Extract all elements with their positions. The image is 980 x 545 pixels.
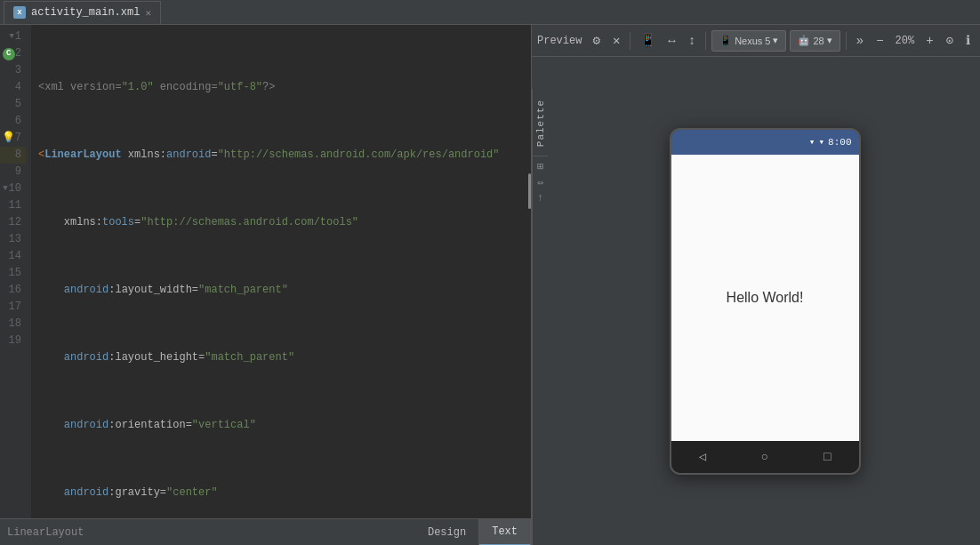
gutter-8: 8: [0, 147, 26, 164]
time-label: 8:00: [828, 137, 851, 148]
phone-icon[interactable]: 📱: [636, 31, 660, 50]
chevron-down-icon2: ▾: [827, 35, 832, 46]
xml-icon: x: [13, 6, 26, 19]
fold-icon-1[interactable]: ▼: [9, 28, 13, 45]
gutter-12: 12: [0, 214, 26, 231]
arrows-icon[interactable]: ↕: [684, 32, 700, 50]
preview-title: Preview: [537, 35, 582, 47]
bottom-tab-bar: LinearLayout Design Text: [0, 518, 531, 545]
info-icon[interactable]: ℹ: [961, 31, 975, 50]
gutter-1: ▼ 1: [0, 28, 26, 45]
gutter-7: 💡 7: [0, 130, 26, 147]
phone-content: Hello World!: [671, 155, 859, 441]
separator-3: [846, 32, 847, 50]
phone-mockup: ▾ ▾ 8:00 Hello World! ◁ ○ □: [670, 128, 861, 475]
scroll-indicator: [528, 173, 531, 209]
code-line-2: <LinearLayout xmlns:android="http://sche…: [38, 147, 531, 164]
api-icon: 🤖: [798, 35, 810, 46]
gutter-5: 5: [0, 96, 26, 113]
tab-bar: x activity_main.xml ✕: [0, 0, 980, 25]
tab-close-icon[interactable]: ✕: [145, 7, 151, 19]
gutter-16: 16: [0, 282, 26, 299]
grid-icon[interactable]: ⊞: [537, 160, 543, 173]
separator-1: [630, 32, 631, 50]
rotate-icon[interactable]: ↔: [663, 32, 679, 50]
editor-panel: ▼ 1 C 2 3 4 5 6: [0, 25, 532, 545]
hello-text: Hello World!: [727, 290, 804, 306]
c-icon-2: C: [3, 48, 15, 60]
code-line-3: xmlns:tools="http://schemas.android.com/…: [38, 214, 531, 231]
gutter-6: 6: [0, 113, 26, 130]
zoom-level: 20%: [892, 35, 919, 47]
gutter-2: C 2: [0, 45, 26, 62]
gutter-14: 14: [0, 248, 26, 265]
file-tab[interactable]: x activity_main.xml ✕: [4, 1, 161, 24]
back-btn: ◁: [698, 449, 705, 464]
gutter-17: 17: [0, 299, 26, 316]
code-line-6: android:orientation="vertical": [38, 417, 531, 434]
close-preview-icon[interactable]: ✕: [608, 31, 624, 50]
main-area: ▼ 1 C 2 3 4 5 6: [0, 25, 980, 545]
recents-btn: □: [823, 450, 831, 464]
layout-status: LinearLayout: [0, 526, 84, 539]
zoom-out-icon[interactable]: −: [872, 32, 888, 50]
code-line-7: android:gravity="center": [38, 485, 531, 501]
signal-icon: ▾: [818, 136, 824, 148]
gutter-11: 11: [0, 197, 26, 214]
palette-label[interactable]: Palette: [535, 92, 546, 154]
tab-design[interactable]: Design: [415, 519, 479, 546]
gutter-3: 3: [0, 62, 26, 79]
palette-icons: ⊞ ⇔ ↑: [533, 156, 548, 208]
gutter-13: 13: [0, 231, 26, 248]
code-editor[interactable]: <xml version="1.0" encoding="utf-8"?> <L…: [31, 25, 531, 518]
more-icon[interactable]: »: [852, 32, 868, 50]
device-label: Nexus 5: [735, 36, 770, 46]
gutter-15: 15: [0, 265, 26, 282]
settings-icon[interactable]: ⚙: [588, 31, 604, 50]
device-selector[interactable]: 📱 Nexus 5 ▾: [711, 30, 786, 52]
gutter-10: ▼ 10: [0, 180, 26, 197]
palette-sidebar: Palette ⊞ ⇔ ↑: [532, 89, 548, 545]
phone-nav-bar: ◁ ○ □: [671, 441, 859, 473]
up-icon[interactable]: ↑: [537, 192, 543, 204]
editor-content: ▼ 1 C 2 3 4 5 6: [0, 25, 531, 518]
tab-label: activity_main.xml: [31, 6, 140, 19]
phone-status-bar: ▾ ▾ 8:00: [671, 130, 859, 155]
chevron-down-icon: ▾: [773, 35, 778, 46]
preview-content: Palette ⊞ ⇔ ↑ ▾ ▾ 8:00 Hello World!: [532, 57, 980, 545]
zoom-in-icon[interactable]: +: [921, 32, 937, 50]
api-label: 28: [813, 36, 823, 46]
code-line-5: android:layout_height="match_parent": [38, 349, 531, 366]
fold-icon-10[interactable]: ▼: [3, 180, 7, 197]
gutter-18: 18: [0, 316, 26, 333]
preview-toolbar: Preview ⚙ ✕ 📱 ↔ ↕ 📱 Nexus 5 ▾ 🤖 28 ▾: [532, 25, 980, 57]
api-selector[interactable]: 🤖 28 ▾: [790, 30, 839, 52]
preview-panel: Preview ⚙ ✕ 📱 ↔ ↕ 📱 Nexus 5 ▾ 🤖 28 ▾: [532, 25, 980, 545]
bulb-icon-7: 💡: [2, 130, 15, 147]
home-btn: ○: [761, 450, 768, 464]
code-line-1: <xml version="1.0" encoding="utf-8"?>: [38, 79, 531, 96]
tab-text[interactable]: Text: [479, 519, 531, 546]
wifi-icon: ▾: [809, 136, 815, 148]
swap-icon[interactable]: ⇔: [537, 176, 543, 189]
line-numbers: ▼ 1 C 2 3 4 5 6: [0, 25, 31, 518]
gutter-4: 4: [0, 79, 26, 96]
status-icons: ▾ ▾ 8:00: [809, 136, 852, 148]
gutter-19: 19: [0, 333, 26, 349]
gutter-9: 9: [0, 164, 26, 180]
separator-2: [705, 32, 706, 50]
fit-icon[interactable]: ⊙: [942, 31, 958, 50]
device-icon: 📱: [719, 35, 732, 46]
code-line-4: android:layout_width="match_parent": [38, 282, 531, 299]
